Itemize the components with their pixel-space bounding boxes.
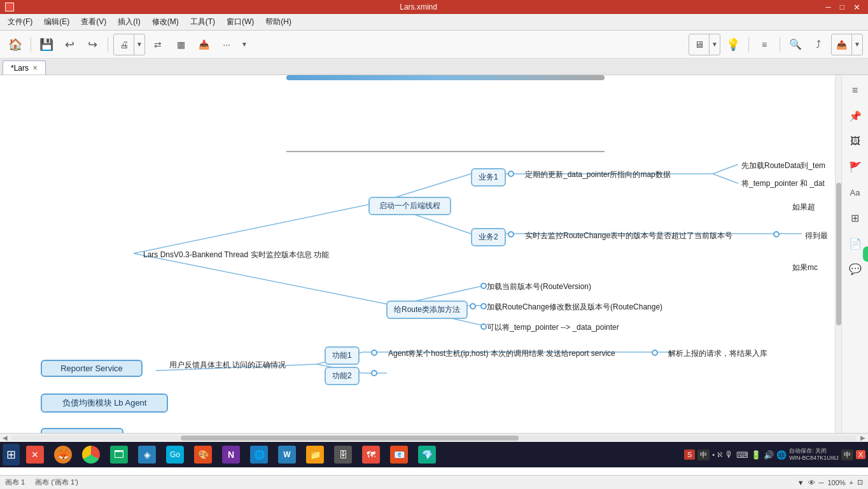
rp-doc-btn[interactable]: 📄	[845, 233, 865, 253]
hscroll-thumb[interactable]	[181, 436, 519, 441]
network-icon[interactable]: 🌐	[776, 450, 787, 460]
insert-button[interactable]: 📥	[193, 34, 214, 55]
zoom-in-btn[interactable]: +	[850, 479, 853, 486]
menu-help[interactable]: 帮助(H)	[260, 15, 297, 29]
eye-icon[interactable]: 👁	[808, 479, 815, 486]
taskbar-chrome[interactable]	[78, 444, 104, 465]
node-if-mc[interactable]: 如果mc	[792, 262, 818, 273]
home-button[interactable]: 🏠	[5, 34, 25, 55]
node-func2[interactable]: 功能2	[325, 367, 360, 385]
vertical-scrollbar[interactable]	[835, 75, 841, 433]
maximize-button[interactable]: □	[837, 3, 847, 11]
node-reporter-service[interactable]: Reporter Service	[41, 360, 143, 377]
node-parse-report[interactable]: 解析上报的请求，将结果入库	[668, 348, 767, 359]
minimize-button[interactable]: ─	[823, 3, 834, 11]
clock[interactable]: 自动保存: 关闭 WIN-BC847K1UI6J	[789, 448, 839, 462]
node-lb-agent[interactable]: 负债均衡模块 Lb Agent	[41, 393, 168, 413]
menu-insert[interactable]: 插入(I)	[113, 15, 145, 29]
node-backend-thread[interactable]: 启动一个后端线程	[368, 197, 451, 215]
map-style-button[interactable]: ⇄	[148, 34, 168, 55]
save-button[interactable]: 💾	[36, 34, 57, 55]
filter-icon[interactable]: ▼	[797, 479, 804, 486]
bulb-button[interactable]: 💡	[723, 34, 743, 55]
export2-dropdown[interactable]: ▼	[852, 34, 862, 55]
rp-grid-btn[interactable]: ⊞	[845, 208, 865, 228]
taskbar-mail[interactable]: 📧	[386, 444, 412, 465]
more-button[interactable]: ···	[216, 34, 237, 55]
rp-menu-btn[interactable]: ≡	[845, 80, 865, 101]
node-feature-desc[interactable]: 用户反馈具体主机 访问的正确情况	[169, 360, 286, 371]
rp-flag-btn[interactable]: 🚩	[845, 157, 865, 177]
taskbar-xmind[interactable]: 🗺	[358, 444, 384, 465]
ime-zh-button[interactable]: S	[684, 450, 695, 460]
menu-view[interactable]: 查看(V)	[76, 15, 111, 29]
speaker-icon[interactable]: 🔊	[764, 450, 774, 460]
search-button[interactable]: 🔍	[785, 34, 806, 55]
layout-button[interactable]: ▦	[171, 34, 191, 55]
node-business1[interactable]: 业务1	[471, 168, 506, 187]
hscroll-right[interactable]: ▶	[858, 434, 868, 441]
taskbar-net[interactable]: 🌐	[246, 444, 272, 465]
node-route-change[interactable]: 加载RouteChange修改数据及版本号(RouteChange)	[487, 302, 662, 313]
vscroll-thumb[interactable]	[836, 183, 841, 326]
hscroll-track[interactable]	[11, 436, 857, 441]
zoom-out-btn[interactable]: ─	[819, 479, 824, 486]
node-b1-desc[interactable]: 定期的更新_data_pointer所指向的map数据	[525, 169, 671, 180]
rp-pin-btn[interactable]: 📌	[845, 106, 865, 126]
tab-close[interactable]: ✕	[32, 64, 38, 71]
redo-button[interactable]: ↪	[82, 34, 102, 55]
node-agent-send[interactable]: Agent将某个host主机(ip,host) 本次的调用结果 发送给repor…	[388, 348, 615, 359]
node-business2[interactable]: 业务2	[471, 228, 506, 246]
menu-tools[interactable]: 工具(T)	[185, 15, 220, 29]
taskbar-vscode[interactable]: ◈	[134, 444, 160, 465]
node-set-pointer[interactable]: 将_temp_pointer 和 _dat	[741, 178, 825, 189]
taskbar-word[interactable]: W	[274, 444, 300, 465]
node-get-latest[interactable]: 得到最	[805, 230, 828, 241]
share-button[interactable]: ⤴	[808, 34, 829, 55]
outline-button[interactable]: ≡	[754, 34, 774, 55]
close-button[interactable]: ✕	[851, 3, 863, 12]
rp-text-btn[interactable]: Aa	[845, 182, 865, 202]
xmind-tray[interactable]: X	[856, 450, 865, 459]
node-func1[interactable]: 功能1	[325, 346, 360, 365]
rp-image-btn[interactable]: 🖼	[845, 131, 865, 152]
undo-button[interactable]: ↩	[59, 34, 80, 55]
taskbar-gem[interactable]: 💎	[414, 444, 440, 465]
taskbar-onenote[interactable]: N	[218, 444, 244, 465]
node-if-exceed[interactable]: 如果超	[792, 202, 815, 213]
mic-icon[interactable]: 🎙	[725, 450, 734, 460]
ime-label[interactable]: 中	[697, 450, 710, 460]
tab-lars[interactable]: *Lars ✕	[3, 60, 46, 74]
start-button[interactable]: ⊞	[3, 444, 20, 465]
node-b2-desc[interactable]: 实时去监控RouteChange表中的版本号是否超过了当前版本号	[525, 230, 732, 241]
export-dropdown[interactable]: ▼	[134, 34, 144, 55]
zoom-fit-btn[interactable]: ⊡	[857, 478, 863, 486]
taskbar-vscode2[interactable]: 🎨	[190, 444, 216, 465]
taskbar-app1[interactable]: 🗔	[106, 444, 132, 465]
taskbar-edge[interactable]: ✕	[22, 444, 48, 465]
menu-file[interactable]: 文件(F)	[3, 15, 38, 29]
menu-edit[interactable]: 编辑(E)	[39, 15, 74, 29]
taskbar-golang[interactable]: Go	[162, 444, 188, 465]
node-load-routedata[interactable]: 先加载RouteData到_tem	[741, 160, 825, 171]
node-route-load[interactable]: 加载当前版本号(RouteVersion)	[487, 281, 591, 292]
present-dropdown[interactable]: ▼	[710, 34, 720, 55]
node-backend-feature[interactable]: Lars DnsV0.3-Bankend Thread 实时监控版本信息 功能	[143, 250, 329, 260]
node-route-pointer[interactable]: 可以将_temp_pointer --> _data_pointer	[487, 322, 619, 333]
ime-en[interactable]: ℵ	[717, 451, 722, 459]
taskbar-db[interactable]: 🗄	[330, 444, 356, 465]
present-button[interactable]: 🖥	[689, 34, 710, 55]
rp-comment-btn[interactable]: 💬	[845, 259, 865, 279]
node-script-tool[interactable]: 脚本测试工具	[41, 428, 123, 433]
more-dropdown[interactable]: ▼	[239, 34, 249, 55]
ime-zh2[interactable]: 中	[841, 450, 853, 460]
menu-modify[interactable]: 修改(M)	[147, 15, 184, 29]
hscroll-left[interactable]: ◀	[0, 434, 10, 441]
menu-window[interactable]: 窗口(W)	[221, 15, 259, 29]
taskbar-firefox[interactable]: 🦊	[50, 444, 76, 465]
keyboard-icon[interactable]: ⌨	[736, 450, 748, 460]
export2-button[interactable]: 📤	[832, 34, 852, 55]
node-route-method[interactable]: 给Route类添加方法	[386, 301, 468, 319]
horizontal-scrollbar[interactable]: ◀ ▶	[0, 433, 868, 442]
taskbar-files[interactable]: 📁	[302, 444, 328, 465]
